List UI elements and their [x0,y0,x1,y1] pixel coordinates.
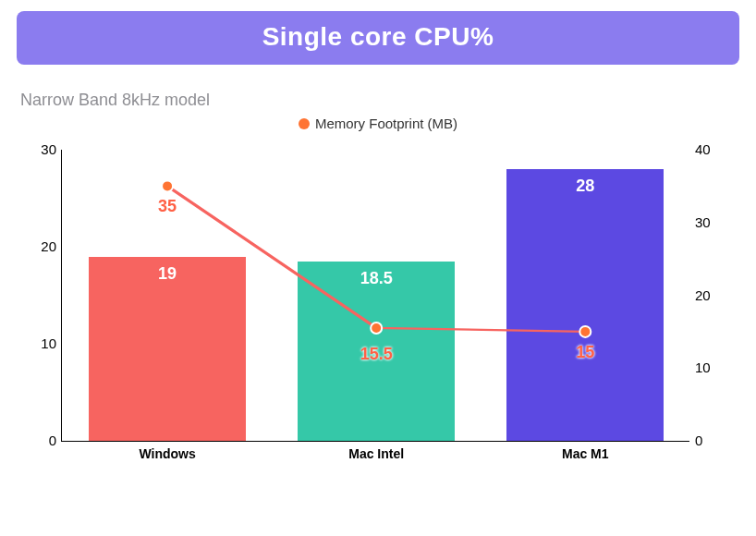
ytick-left: 10 [30,335,56,351]
bar-value-label: 18.5 [298,269,455,288]
bar-value-label: 28 [506,177,664,196]
ytick-right: 20 [695,287,721,303]
legend-label-memory: Memory Footprint (MB) [315,116,457,131]
bar-windows: 19 [89,257,246,441]
bar-mac-m1: 28 [506,169,664,441]
x-category: Mac M1 [506,446,664,461]
plot-area: 0 10 20 30 0 10 20 30 40 19 18.5 28 [61,150,689,442]
chart-title: Single core CPU% [17,11,739,65]
ytick-right: 40 [695,141,721,157]
memory-value-label: 35 [144,197,190,216]
memory-value-label: 15.5 [353,345,399,364]
ytick-right: 0 [695,432,721,448]
legend-dot-icon [299,118,310,129]
svg-point-0 [162,180,173,191]
memory-value-label: 15 [562,343,608,362]
ytick-right: 30 [695,214,721,230]
x-category: Windows [89,446,246,461]
chart-subtitle: Narrow Band 8kHz model [20,91,739,110]
chart-container: Single core CPU% Narrow Band 8kHz model … [0,0,756,536]
legend: Memory Footprint (MB) [17,116,739,131]
x-category: Mac Intel [298,446,455,461]
ytick-left: 0 [30,432,56,448]
ytick-left: 20 [30,238,56,254]
ytick-right: 10 [695,359,721,375]
plot: 0 10 20 30 0 10 20 30 40 19 18.5 28 [61,150,689,464]
bar-value-label: 19 [89,264,246,284]
ytick-left: 30 [30,141,56,157]
